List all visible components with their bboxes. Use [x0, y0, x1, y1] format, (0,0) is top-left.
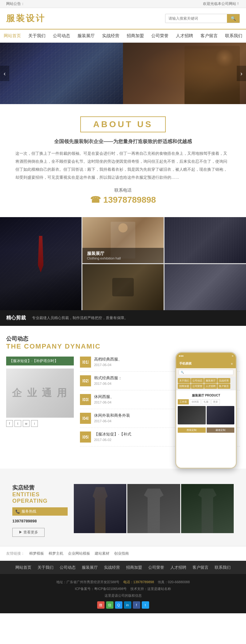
phone-nav-message[interactable]: 客户留言: [217, 384, 230, 389]
mobile-phone: ●●● ≡ 手机棋棋 ≡ 🔍 关于我们 公司动态 服装展厅 实战经营 招商加盟 …: [175, 352, 237, 469]
dynamic-header: 公司动态 THE COMPANY DYNAMIC: [6, 335, 240, 350]
news-num-5: [05]: [80, 431, 91, 443]
phone-digits: 13978789898: [103, 195, 156, 205]
nav-item-message[interactable]: 客户留言: [197, 29, 221, 42]
gallery-title: 服装展厅: [87, 251, 159, 256]
phone-nav-entities[interactable]: 实战经营: [217, 378, 230, 383]
nav-item-gallery[interactable]: 服装展厅: [74, 29, 98, 42]
gallery-item-2: 服装展厅 Clothing exhibition hall: [82, 217, 164, 263]
social-icon-t[interactable]: t: [14, 420, 21, 427]
nav-item-dynamic[interactable]: 公司动态: [50, 29, 73, 42]
phone-number: ☎ 13978789898: [15, 195, 231, 205]
phone-product-title: 服装展厅 PRODUCT: [178, 392, 234, 399]
footer-nav-about[interactable]: 关于我们: [38, 564, 54, 570]
footer-icp: ICP备案号：粤ICP备021065498号 技术支持：这里是建站名称: [6, 585, 240, 592]
phone-tab-3[interactable]: 礼服: [202, 399, 210, 404]
phone-screen: ●●● ≡ 手机棋棋 ≡ 🔍 关于我们 公司动态 服装展厅 实战经营 招商加盟 …: [176, 353, 236, 468]
phone-nav-dynamic[interactable]: 公司动态: [191, 378, 204, 383]
search-input[interactable]: [165, 14, 227, 22]
dynamic-title-cn: 公司动态: [6, 335, 240, 342]
phone-btn-tailor[interactable]: 裁缝定制: [207, 427, 235, 433]
links-list: 棉梦模板 棉梦主机 企业网站模板 建站素材 创业指南: [29, 551, 129, 556]
hero-prev-button[interactable]: ‹: [0, 66, 9, 81]
nav-item-about[interactable]: 关于我们: [25, 29, 49, 42]
phone-nav-franchise[interactable]: 招商加盟: [178, 384, 191, 389]
footer-nav-message[interactable]: 客户留言: [192, 564, 208, 570]
phone-nav-about[interactable]: 关于我们: [178, 378, 191, 383]
hero-left: [0, 43, 123, 104]
phone-nav-gallery[interactable]: 服装展厅: [204, 378, 217, 383]
hero-banner: ‹ ›: [0, 43, 246, 104]
links-label: 友情链接：: [6, 551, 25, 556]
social-icon-w[interactable]: w: [23, 420, 30, 427]
footer-nav-franchise[interactable]: 招商加盟: [126, 564, 142, 570]
phone-tab-2[interactable]: 休闲装: [190, 399, 201, 404]
social-icon-f[interactable]: f: [6, 420, 13, 427]
phone-tab-more[interactable]: 更多: [211, 399, 220, 404]
footer-nav-home[interactable]: 网站首页: [15, 564, 31, 570]
entities-more-button[interactable]: ▶ 查看更多: [12, 528, 45, 537]
news-num-4: [04]: [80, 413, 91, 424]
footer-nav: 网站首页 关于我们 公司动态 服装展厅 实战经营 招商加盟 公司荣誉 人才招聘 …: [0, 561, 246, 574]
footer-qq-icon[interactable]: Q: [115, 601, 122, 609]
footer-nav-contact[interactable]: 联系我们: [215, 564, 231, 570]
link-2[interactable]: 棉梦主机: [49, 551, 63, 556]
footer-facebook-icon[interactable]: f: [133, 601, 140, 609]
gallery-item-5: [165, 264, 246, 310]
entities-title-cn: 实店经营: [12, 484, 68, 491]
entity-image-2: [127, 484, 180, 533]
nav-item-franchise[interactable]: 招商加盟: [124, 29, 147, 42]
social-icons: f t w i: [6, 420, 74, 427]
phone-products: [178, 406, 234, 424]
phone-nav-recruit[interactable]: 人才招聘: [204, 384, 217, 389]
gallery-section: 服装展厅 Clothing exhibition hall: [0, 217, 246, 310]
company-bg-text: 企 业 通 用: [12, 386, 68, 400]
gallery-item-3: [165, 217, 246, 263]
phone-tab-1[interactable]: 工作装: [178, 399, 189, 404]
footer-nav-dynamic[interactable]: 公司动态: [60, 564, 76, 570]
footer-nav-honor[interactable]: 公司荣誉: [148, 564, 164, 570]
footer-nav-recruit[interactable]: 人才招聘: [170, 564, 186, 570]
footer-address: 地址：广东省广州市秀景经济开发区588号 电话：13978789898 传真：0…: [6, 579, 240, 585]
news-info-5: 【服冰短促】·【补式 2017-06-02: [94, 431, 131, 442]
entities-left: 实店经营 ENTITIES OPERATING 📞 服务热线 139787898…: [12, 484, 74, 537]
phone-product-1: [178, 406, 206, 424]
footer-linkedin-icon[interactable]: in: [124, 601, 131, 609]
news-info-3: 休闲西服、 2017-06-04: [94, 394, 114, 404]
hero-right: [123, 43, 246, 104]
phone-app-title: 手机棋棋: [179, 361, 192, 366]
gallery-subtitle: Clothing exhibition hall: [87, 256, 159, 260]
phone-btn-suit[interactable]: 西装定制: [178, 427, 206, 433]
about-section: ABOUT US 全国领先服装制衣企业——为您量身打造极致的舒适感和优越感 这一…: [0, 104, 246, 217]
search-button[interactable]: 🔍: [227, 14, 240, 23]
link-3[interactable]: 企业网站模板: [68, 551, 90, 556]
header: 服装设计 🔍: [0, 8, 246, 29]
news-num-1: [01]: [80, 357, 91, 368]
social-icon-i[interactable]: i: [31, 420, 38, 427]
footer-weibo-icon[interactable]: 微: [97, 601, 105, 609]
phone-label: 联系电话: [15, 188, 231, 193]
links-section: 友情链接： 棉梦模板 棉梦主机 企业网站模板 建站素材 创业指南: [0, 546, 246, 561]
phone-content: 服装展厅 PRODUCT 工作装 休闲装 礼服 更多 西装定制 裁缝定制: [176, 390, 236, 434]
phone-header: 手机棋棋 ≡: [176, 359, 236, 368]
entities-title: 实店经营 ENTITIES OPERATING: [12, 484, 68, 504]
nav-item-recruit[interactable]: 人才招聘: [173, 29, 196, 42]
nav-item-honor[interactable]: 公司荣誉: [148, 29, 172, 42]
link-1[interactable]: 棉梦模板: [29, 551, 44, 556]
nav-item-home[interactable]: 网站首页: [1, 29, 24, 42]
footer-twitter-icon[interactable]: t: [142, 601, 149, 609]
hero-next-button[interactable]: ›: [237, 66, 246, 81]
nav-item-entities[interactable]: 实战经营: [99, 29, 122, 42]
phone-product-2: [207, 406, 235, 424]
entities-images: [74, 484, 234, 537]
news-info-1: 高档经典西服、 2017-06-04: [94, 357, 122, 367]
footer-nav-gallery[interactable]: 服装展厅: [82, 564, 98, 570]
footer-wechat-icon[interactable]: 信: [106, 601, 113, 609]
nav-item-contact[interactable]: 联系我们: [222, 29, 245, 42]
link-5[interactable]: 创业指南: [114, 551, 129, 556]
entities-section: 实店经营 ENTITIES OPERATING 📞 服务热线 139787898…: [6, 475, 240, 546]
link-4[interactable]: 建站素材: [95, 551, 109, 556]
about-text: 这一次，但丁换上了一件前裁的领袖。可是在宴会进行时，但丁一再将自己充裕的食物捂在…: [15, 150, 231, 181]
phone-nav-honor[interactable]: 公司荣誉: [191, 384, 204, 389]
footer-nav-entities[interactable]: 实战经营: [104, 564, 120, 570]
